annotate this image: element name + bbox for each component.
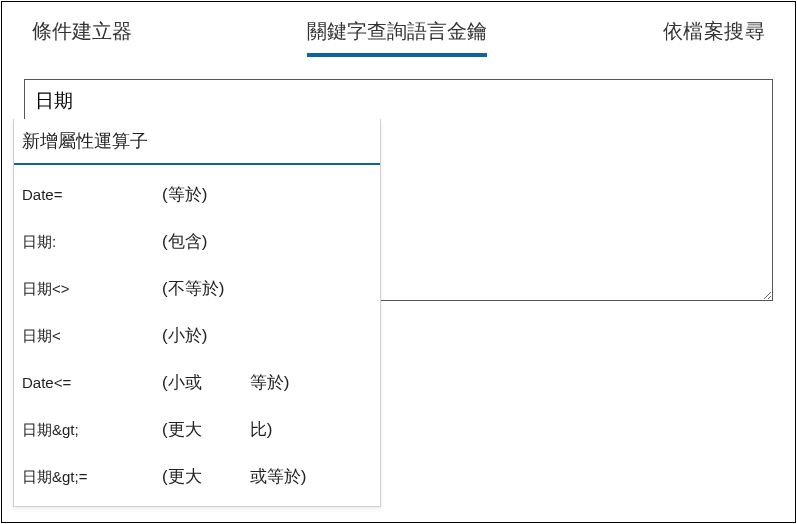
dropdown-list: Date= (等於) 日期: (包含) 日期<> (不等於) 日期< <box>14 165 380 506</box>
search-panel: 條件建立器 關鍵字查詢語言金鑰 依檔案搜尋 新增屬性運算子 Date= (等於)… <box>1 1 796 523</box>
operator-item-greater-than[interactable]: 日期&gt; (更大比) <box>14 406 380 453</box>
operator-item-contains[interactable]: 日期: (包含) <box>14 218 380 265</box>
operator-item-less-equal[interactable]: Date<= (小或等於) <box>14 359 380 406</box>
operator-item-not-equals[interactable]: 日期<> (不等於) <box>14 265 380 312</box>
operator-code: 日期&gt; <box>22 421 162 440</box>
operator-item-greater-equal[interactable]: 日期&gt;= (更大或等於) <box>14 453 380 500</box>
operator-desc: (不等於) <box>162 277 224 300</box>
operator-desc: (小或等於) <box>162 371 289 394</box>
operator-desc: (小於) <box>162 324 207 347</box>
operator-code: 日期&gt;= <box>22 468 162 487</box>
operator-code: 日期< <box>22 327 162 346</box>
operator-desc: (更大或等於) <box>162 465 306 488</box>
operator-suggestion-dropdown: 新增屬性運算子 Date= (等於) 日期: (包含) 日期<> (不等於) <box>13 119 381 507</box>
operator-code: Date= <box>22 186 162 203</box>
operator-item-less-than[interactable]: 日期< (小於) <box>14 312 380 359</box>
tab-condition-builder[interactable]: 條件建立器 <box>32 18 132 55</box>
operator-desc: (等於) <box>162 183 207 206</box>
operator-item-equals[interactable]: Date= (等於) <box>14 171 380 218</box>
tab-search-by-file[interactable]: 依檔案搜尋 <box>663 18 766 55</box>
operator-code: Date<= <box>22 374 162 391</box>
tab-kql-key[interactable]: 關鍵字查詢語言金鑰 <box>307 18 487 55</box>
operator-code: 日期: <box>22 233 162 252</box>
operator-code: 日期<> <box>22 280 162 299</box>
dropdown-header: 新增屬性運算子 <box>14 119 380 165</box>
tab-bar: 條件建立器 關鍵字查詢語言金鑰 依檔案搜尋 <box>2 2 795 55</box>
operator-desc: (更大比) <box>162 418 272 441</box>
operator-desc: (包含) <box>162 230 207 253</box>
